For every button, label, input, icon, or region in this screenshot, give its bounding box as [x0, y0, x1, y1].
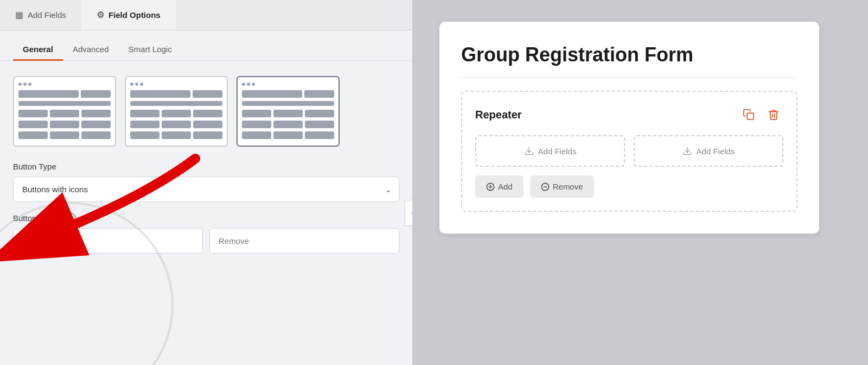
svg-rect-1	[747, 113, 754, 119]
sliders-icon: ⚙	[97, 10, 104, 20]
button-labels-section: Button Labels ?	[13, 213, 399, 254]
collapse-panel-button[interactable]: ‹	[405, 200, 412, 226]
annotation-arrow	[0, 137, 217, 278]
tab-bar: ▦ Add Fields ⚙ Field Options	[0, 0, 412, 30]
repeater-header: Repeater	[475, 105, 783, 124]
remove-row-button[interactable]: Remove	[530, 175, 594, 198]
add-fields-row: Add Fields Add Fields	[475, 135, 783, 167]
layout-thumb-1[interactable]	[13, 76, 116, 147]
add-fields-button-2[interactable]: Add Fields	[634, 135, 783, 167]
layout-thumb-3[interactable]	[237, 76, 340, 147]
sub-tab-bar: General Advanced Smart Logic	[0, 30, 412, 61]
right-panel: Group Registration Form Repeater	[412, 0, 868, 365]
layout-previews	[13, 76, 399, 147]
delete-repeater-button[interactable]	[764, 105, 783, 124]
add-fields-label-2: Add Fields	[697, 147, 735, 156]
button-type-label: Button Type	[13, 162, 399, 171]
button-type-select-wrapper: Buttons with icons Buttons Icons only ⌄	[13, 177, 399, 202]
form-card: Group Registration Form Repeater	[439, 22, 819, 234]
form-divider	[461, 77, 797, 78]
remove-label-input[interactable]	[209, 228, 399, 254]
repeater-title: Repeater	[475, 109, 522, 121]
repeater-actions	[739, 105, 783, 124]
tab-add-fields-label: Add Fields	[28, 10, 66, 20]
button-labels-label: Button Labels ?	[13, 213, 399, 223]
help-icon[interactable]: ?	[66, 213, 76, 223]
sub-tab-general[interactable]: General	[13, 39, 63, 61]
add-label-input[interactable]	[13, 228, 203, 254]
remove-row-label: Remove	[553, 182, 583, 191]
button-labels-inputs	[13, 228, 399, 254]
sub-tab-smart-logic[interactable]: Smart Logic	[119, 39, 182, 61]
add-fields-label-1: Add Fields	[538, 147, 577, 156]
copy-repeater-button[interactable]	[739, 105, 758, 124]
button-type-section: Button Type Buttons with icons Buttons I…	[13, 162, 399, 202]
repeater-controls: Add Remove	[475, 175, 783, 198]
left-content: Button Type Buttons with icons Buttons I…	[0, 61, 412, 365]
table-icon: ▦	[15, 10, 23, 20]
add-row-button[interactable]: Add	[475, 175, 524, 198]
add-row-label: Add	[498, 182, 513, 191]
tab-field-options[interactable]: ⚙ Field Options	[81, 0, 176, 30]
form-title: Group Registration Form	[461, 43, 797, 66]
sub-tab-advanced[interactable]: Advanced	[63, 39, 119, 61]
repeater-section: Repeater	[461, 91, 797, 212]
tab-field-options-label: Field Options	[108, 10, 161, 20]
add-fields-button-1[interactable]: Add Fields	[475, 135, 625, 167]
tab-add-fields[interactable]: ▦ Add Fields	[0, 0, 81, 30]
left-panel: ▦ Add Fields ⚙ Field Options General Adv…	[0, 0, 412, 365]
button-type-select[interactable]: Buttons with icons Buttons Icons only	[13, 177, 399, 202]
layout-thumb-2[interactable]	[125, 76, 228, 147]
